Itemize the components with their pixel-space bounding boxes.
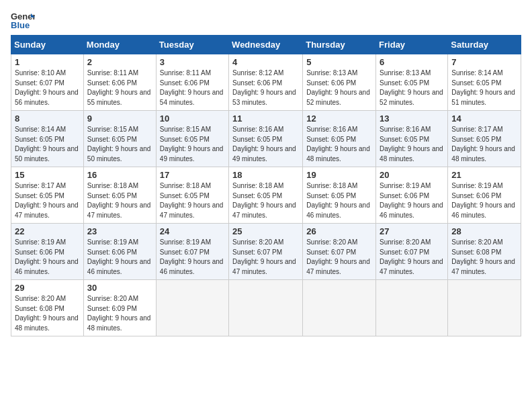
calendar-cell: 28 Sunrise: 8:20 AMSunset: 6:08 PMDaylig… bbox=[448, 224, 521, 280]
calendar-cell: 9 Sunrise: 8:15 AMSunset: 6:05 PMDayligh… bbox=[83, 111, 156, 167]
day-info: Sunrise: 8:10 AMSunset: 6:07 PMDaylight:… bbox=[15, 68, 80, 107]
day-info: Sunrise: 8:18 AMSunset: 6:05 PMDaylight:… bbox=[232, 181, 299, 220]
day-number: 1 bbox=[15, 57, 80, 67]
day-info: Sunrise: 8:17 AMSunset: 6:05 PMDaylight:… bbox=[451, 125, 517, 164]
day-info: Sunrise: 8:16 AMSunset: 6:05 PMDaylight:… bbox=[380, 125, 444, 164]
day-info: Sunrise: 8:11 AMSunset: 6:06 PMDaylight:… bbox=[160, 68, 225, 107]
day-info: Sunrise: 8:12 AMSunset: 6:06 PMDaylight:… bbox=[232, 68, 299, 107]
day-info: Sunrise: 8:19 AMSunset: 6:06 PMDaylight:… bbox=[380, 181, 444, 220]
calendar-cell: 26 Sunrise: 8:20 AMSunset: 6:07 PMDaylig… bbox=[303, 224, 376, 280]
day-info: Sunrise: 8:19 AMSunset: 6:07 PMDaylight:… bbox=[160, 238, 225, 277]
calendar-cell bbox=[448, 280, 521, 336]
day-number: 22 bbox=[15, 226, 80, 236]
day-number: 10 bbox=[160, 113, 225, 124]
logo: General Blue bbox=[11, 11, 35, 30]
day-info: Sunrise: 8:13 AMSunset: 6:06 PMDaylight:… bbox=[306, 68, 372, 107]
day-info: Sunrise: 8:16 AMSunset: 6:05 PMDaylight:… bbox=[232, 125, 299, 164]
day-number: 24 bbox=[160, 226, 225, 236]
day-number: 20 bbox=[380, 170, 444, 180]
day-number: 28 bbox=[451, 226, 517, 236]
day-number: 18 bbox=[232, 170, 299, 180]
day-info: Sunrise: 8:20 AMSunset: 6:08 PMDaylight:… bbox=[451, 238, 517, 277]
calendar-cell bbox=[376, 280, 448, 336]
day-info: Sunrise: 8:20 AMSunset: 6:07 PMDaylight:… bbox=[306, 238, 372, 277]
col-header-thursday: Thursday bbox=[303, 36, 376, 54]
day-number: 7 bbox=[451, 57, 517, 67]
day-info: Sunrise: 8:17 AMSunset: 6:05 PMDaylight:… bbox=[15, 181, 80, 220]
col-header-tuesday: Tuesday bbox=[156, 36, 228, 54]
calendar-table: SundayMondayTuesdayWednesdayThursdayFrid… bbox=[11, 35, 521, 336]
day-info: Sunrise: 8:19 AMSunset: 6:06 PMDaylight:… bbox=[87, 238, 152, 277]
day-info: Sunrise: 8:19 AMSunset: 6:06 PMDaylight:… bbox=[15, 238, 80, 277]
calendar-cell: 21 Sunrise: 8:19 AMSunset: 6:06 PMDaylig… bbox=[448, 167, 521, 224]
calendar-cell: 18 Sunrise: 8:18 AMSunset: 6:05 PMDaylig… bbox=[229, 167, 303, 224]
calendar-cell: 27 Sunrise: 8:20 AMSunset: 6:07 PMDaylig… bbox=[376, 224, 448, 280]
day-info: Sunrise: 8:20 AMSunset: 6:07 PMDaylight:… bbox=[380, 238, 444, 277]
col-header-friday: Friday bbox=[376, 36, 448, 54]
day-number: 6 bbox=[380, 57, 444, 67]
calendar-cell: 24 Sunrise: 8:19 AMSunset: 6:07 PMDaylig… bbox=[156, 224, 228, 280]
day-number: 8 bbox=[15, 113, 80, 124]
col-header-wednesday: Wednesday bbox=[229, 36, 303, 54]
day-info: Sunrise: 8:18 AMSunset: 6:05 PMDaylight:… bbox=[87, 181, 152, 220]
day-number: 9 bbox=[87, 113, 152, 124]
calendar-cell: 11 Sunrise: 8:16 AMSunset: 6:05 PMDaylig… bbox=[229, 111, 303, 167]
day-info: Sunrise: 8:14 AMSunset: 6:05 PMDaylight:… bbox=[451, 68, 517, 107]
day-info: Sunrise: 8:18 AMSunset: 6:05 PMDaylight:… bbox=[160, 181, 225, 220]
day-info: Sunrise: 8:19 AMSunset: 6:06 PMDaylight:… bbox=[451, 181, 517, 220]
day-info: Sunrise: 8:14 AMSunset: 6:05 PMDaylight:… bbox=[15, 125, 80, 164]
calendar-cell: 29 Sunrise: 8:20 AMSunset: 6:08 PMDaylig… bbox=[11, 280, 84, 336]
day-number: 5 bbox=[306, 57, 372, 67]
day-info: Sunrise: 8:18 AMSunset: 6:05 PMDaylight:… bbox=[306, 181, 372, 220]
day-number: 14 bbox=[451, 113, 517, 124]
day-number: 25 bbox=[232, 226, 299, 236]
day-info: Sunrise: 8:11 AMSunset: 6:06 PMDaylight:… bbox=[87, 68, 152, 107]
calendar-cell: 10 Sunrise: 8:15 AMSunset: 6:05 PMDaylig… bbox=[156, 111, 228, 167]
calendar-cell bbox=[303, 280, 376, 336]
calendar-cell: 19 Sunrise: 8:18 AMSunset: 6:05 PMDaylig… bbox=[303, 167, 376, 224]
day-info: Sunrise: 8:15 AMSunset: 6:05 PMDaylight:… bbox=[87, 125, 152, 164]
day-number: 11 bbox=[232, 113, 299, 124]
calendar-cell: 2 Sunrise: 8:11 AMSunset: 6:06 PMDayligh… bbox=[83, 54, 156, 111]
col-header-monday: Monday bbox=[83, 36, 156, 54]
calendar-cell: 12 Sunrise: 8:16 AMSunset: 6:05 PMDaylig… bbox=[303, 111, 376, 167]
day-number: 23 bbox=[87, 226, 152, 236]
calendar-cell: 17 Sunrise: 8:18 AMSunset: 6:05 PMDaylig… bbox=[156, 167, 228, 224]
day-info: Sunrise: 8:16 AMSunset: 6:05 PMDaylight:… bbox=[306, 125, 372, 164]
calendar-cell: 1 Sunrise: 8:10 AMSunset: 6:07 PMDayligh… bbox=[11, 54, 84, 111]
calendar-cell: 4 Sunrise: 8:12 AMSunset: 6:06 PMDayligh… bbox=[229, 54, 303, 111]
calendar-cell: 14 Sunrise: 8:17 AMSunset: 6:05 PMDaylig… bbox=[448, 111, 521, 167]
day-number: 30 bbox=[87, 283, 152, 293]
day-number: 12 bbox=[306, 113, 372, 124]
day-info: Sunrise: 8:20 AMSunset: 6:07 PMDaylight:… bbox=[232, 238, 299, 277]
day-number: 16 bbox=[87, 170, 152, 180]
day-info: Sunrise: 8:20 AMSunset: 6:08 PMDaylight:… bbox=[15, 294, 80, 333]
calendar-cell: 13 Sunrise: 8:16 AMSunset: 6:05 PMDaylig… bbox=[376, 111, 448, 167]
day-info: Sunrise: 8:15 AMSunset: 6:05 PMDaylight:… bbox=[160, 125, 225, 164]
day-number: 29 bbox=[15, 283, 80, 293]
day-number: 15 bbox=[15, 170, 80, 180]
day-number: 4 bbox=[232, 57, 299, 67]
col-header-sunday: Sunday bbox=[11, 36, 84, 54]
day-number: 3 bbox=[160, 57, 225, 67]
calendar-cell: 23 Sunrise: 8:19 AMSunset: 6:06 PMDaylig… bbox=[83, 224, 156, 280]
calendar-cell bbox=[229, 280, 303, 336]
header: General Blue bbox=[11, 11, 521, 30]
calendar-cell: 15 Sunrise: 8:17 AMSunset: 6:05 PMDaylig… bbox=[11, 167, 84, 224]
col-header-saturday: Saturday bbox=[448, 36, 521, 54]
logo-icon: General Blue bbox=[11, 11, 35, 30]
calendar-cell: 30 Sunrise: 8:20 AMSunset: 6:09 PMDaylig… bbox=[83, 280, 156, 336]
day-info: Sunrise: 8:20 AMSunset: 6:09 PMDaylight:… bbox=[87, 294, 152, 333]
calendar-cell: 6 Sunrise: 8:13 AMSunset: 6:05 PMDayligh… bbox=[376, 54, 448, 111]
calendar-cell: 20 Sunrise: 8:19 AMSunset: 6:06 PMDaylig… bbox=[376, 167, 448, 224]
svg-text:Blue: Blue bbox=[11, 20, 30, 30]
day-info: Sunrise: 8:13 AMSunset: 6:05 PMDaylight:… bbox=[380, 68, 444, 107]
day-number: 13 bbox=[380, 113, 444, 124]
calendar-cell: 16 Sunrise: 8:18 AMSunset: 6:05 PMDaylig… bbox=[83, 167, 156, 224]
day-number: 2 bbox=[87, 57, 152, 67]
calendar-cell: 5 Sunrise: 8:13 AMSunset: 6:06 PMDayligh… bbox=[303, 54, 376, 111]
day-number: 19 bbox=[306, 170, 372, 180]
day-number: 21 bbox=[451, 170, 517, 180]
calendar-cell bbox=[156, 280, 228, 336]
calendar-cell: 25 Sunrise: 8:20 AMSunset: 6:07 PMDaylig… bbox=[229, 224, 303, 280]
